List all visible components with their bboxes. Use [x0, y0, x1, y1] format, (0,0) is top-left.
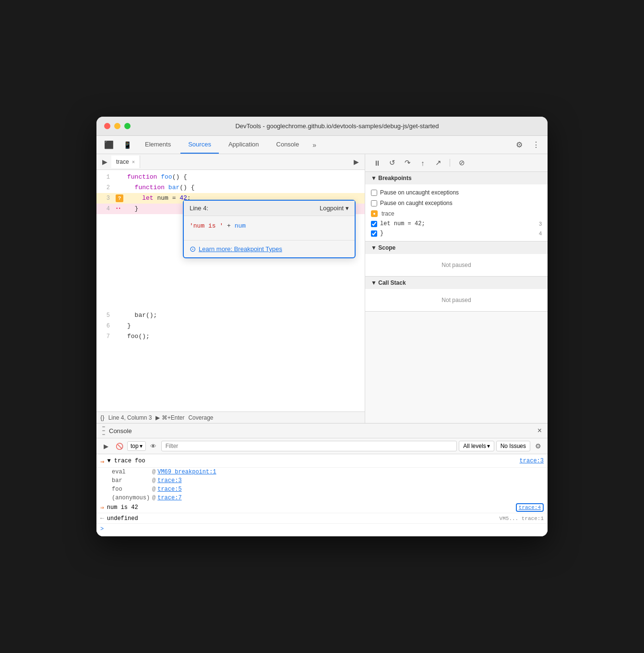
block-network-btn[interactable]: 🚫 [114, 440, 125, 452]
breakpoint-types-link[interactable]: Learn more: Breakpoint Types [199, 245, 282, 253]
pause-uncaught-label: Pause on uncaught exceptions [380, 189, 459, 196]
trace-bar-label: bar [112, 477, 150, 484]
file-tab-trace[interactable]: trace × [111, 156, 140, 168]
logpoint-string-part: 'num is ' [190, 222, 223, 230]
line-number-1: 1 [96, 172, 116, 182]
trace-foo-link[interactable]: trace:5 [157, 486, 181, 493]
scope-title: ▼ Scope [371, 244, 395, 251]
undefined-file[interactable]: VM5... trace:1 [500, 516, 544, 521]
main-layout: ▶ trace × ▶ 1 function foo() { [96, 154, 548, 423]
result-file-link[interactable]: trace:4 [516, 503, 544, 512]
logpoint-input-area[interactable]: 'num is ' + num [184, 216, 355, 240]
line-code-1: function foo() { [123, 172, 187, 182]
circle-arrow-icon: ⊙ [190, 244, 196, 254]
pretty-print-icon[interactable]: {} [100, 414, 105, 421]
trace-entry-file[interactable]: trace:3 [512, 458, 544, 464]
titlebar: DevTools - googlechrome.github.io/devtoo… [96, 117, 548, 136]
logpoint-badge-4: •• [116, 204, 123, 214]
trace-foo-label[interactable]: ▼ trace foo [107, 458, 145, 464]
clear-console-btn[interactable]: ▶ [100, 440, 112, 452]
code-line-6: 6 } [96, 321, 365, 331]
breakpoint-item-1: let num = 42; 3 [365, 219, 548, 229]
breakpoint-badge-3: ? [116, 194, 123, 202]
breakpoint-item-2: } 4 [365, 229, 548, 238]
scope-content: Not paused [365, 254, 548, 276]
settings-icon[interactable]: ⚙ [512, 136, 526, 153]
pause-resume-btn[interactable]: ⏸ [371, 157, 382, 169]
top-context-dropdown[interactable]: top ▾ [127, 441, 146, 451]
trace-at-1: @ [152, 469, 155, 475]
code-line-7: 7 foo(); [96, 331, 365, 342]
trace-anon-link[interactable]: trace:7 [157, 495, 181, 501]
device-toolbar-icon[interactable]: 📱 [119, 137, 135, 153]
breakpoint-source-icon: ● [371, 210, 378, 217]
traffic-light-red[interactable] [104, 123, 110, 129]
sources-right-panel: ⏸ ↺ ↷ ↑ ↗ ⊘ ▼ Breakpoints Pause on uncau… [365, 154, 548, 423]
breakpoints-header[interactable]: ▼ Breakpoints [365, 172, 548, 184]
top-context-label: top [131, 443, 139, 449]
console-result-num: ⇒ num is 42 trace:4 [96, 502, 548, 513]
scope-header[interactable]: ▼ Scope [365, 242, 548, 254]
callstack-content: Not paused [365, 289, 548, 311]
toolbar-separator [450, 159, 450, 167]
line-code-3: let num = 42; [123, 193, 191, 204]
tab-application[interactable]: Application [221, 136, 267, 154]
code-line-2: 2 function bar() { [96, 182, 365, 193]
console-result-undefined: ← undefined VM5... trace:1 [96, 513, 548, 524]
logpoint-operator: + [223, 222, 234, 230]
breakpoint-1-checkbox[interactable] [371, 221, 377, 227]
breakpoint-2-line: 4 [539, 230, 542, 236]
console-close-btn[interactable]: × [537, 426, 542, 435]
code-editor[interactable]: 1 function foo() { 2 function bar() { 3 [96, 170, 365, 411]
callstack-header[interactable]: ▼ Call Stack [365, 277, 548, 289]
logpoint-type-label: Logpoint [320, 205, 344, 212]
eye-icon[interactable]: 👁 [148, 440, 159, 452]
trace-eval-link[interactable]: VM69 breakpoint:1 [157, 469, 216, 475]
cursor-position: Line 4, Column 3 [108, 414, 152, 421]
inspector-icon[interactable]: ⬛ [100, 136, 118, 153]
traffic-light-yellow[interactable] [114, 123, 120, 129]
console-issues-label: No Issues [501, 443, 526, 449]
pause-caught-label: Pause on caught exceptions [380, 200, 453, 206]
traffic-light-green[interactable] [124, 123, 131, 129]
line-number-6: 6 [96, 321, 116, 331]
result-file-link-container: trace:4 [516, 505, 544, 510]
step-over-btn[interactable]: ↺ [386, 157, 398, 169]
coverage-label[interactable]: Coverage [188, 414, 213, 421]
show-navigator-icon[interactable]: ▶ [98, 154, 111, 169]
prompt-icon[interactable]: > [100, 526, 104, 532]
logpoint-type-dropdown[interactable]: Logpoint ▾ [320, 205, 349, 212]
tab-sources[interactable]: Sources [180, 136, 219, 154]
close-drawer-icon[interactable]: ▶ [350, 155, 363, 169]
line-gutter-3: ? [116, 194, 123, 202]
breakpoint-2-checkbox[interactable] [371, 230, 377, 237]
console-entry-trace: ⇒ ▼ trace foo trace:3 [96, 456, 548, 468]
console-issues-btn[interactable]: No Issues [496, 441, 530, 451]
callstack-section: ▼ Call Stack Not paused [365, 277, 548, 312]
console-header: Console × [96, 423, 548, 438]
trace-anon-label: (anonymous) [112, 495, 150, 501]
more-tabs-button[interactable]: » [309, 137, 320, 153]
tab-elements[interactable]: Elements [137, 136, 179, 154]
step-btn[interactable]: ↗ [432, 157, 444, 169]
undefined-value: undefined [107, 515, 138, 522]
trace-bar-link[interactable]: trace:3 [157, 477, 181, 484]
breakpoint-1-code: let num = 42; [380, 220, 539, 227]
pause-caught-checkbox[interactable] [371, 200, 377, 206]
deactivate-breakpoints-btn[interactable]: ⊘ [456, 157, 467, 169]
debug-toolbar: ⏸ ↺ ↷ ↑ ↗ ⊘ [365, 154, 548, 172]
step-out-btn[interactable]: ↑ [417, 157, 429, 169]
tab-console[interactable]: Console [269, 136, 307, 154]
code-line-1: 1 function foo() { [96, 172, 365, 182]
more-options-icon[interactable]: ⋮ [528, 136, 544, 153]
file-tab-close[interactable]: × [132, 159, 135, 165]
console-levels-dropdown[interactable]: All levels ▾ [459, 441, 494, 451]
run-snippet-btn[interactable]: ▶ ⌘+Enter [155, 414, 184, 421]
console-resize-handle[interactable] [102, 426, 105, 435]
console-filter-input[interactable] [161, 441, 457, 451]
console-panel: Console × ▶ 🚫 top ▾ 👁 All levels ▾ No Is… [96, 423, 548, 536]
pause-uncaught-checkbox[interactable] [371, 190, 377, 196]
console-settings-btn[interactable]: ⚙ [532, 440, 544, 452]
step-into-btn[interactable]: ↷ [402, 157, 413, 169]
main-tabbar: ⬛ 📱 Elements Sources Application Console… [96, 136, 548, 154]
